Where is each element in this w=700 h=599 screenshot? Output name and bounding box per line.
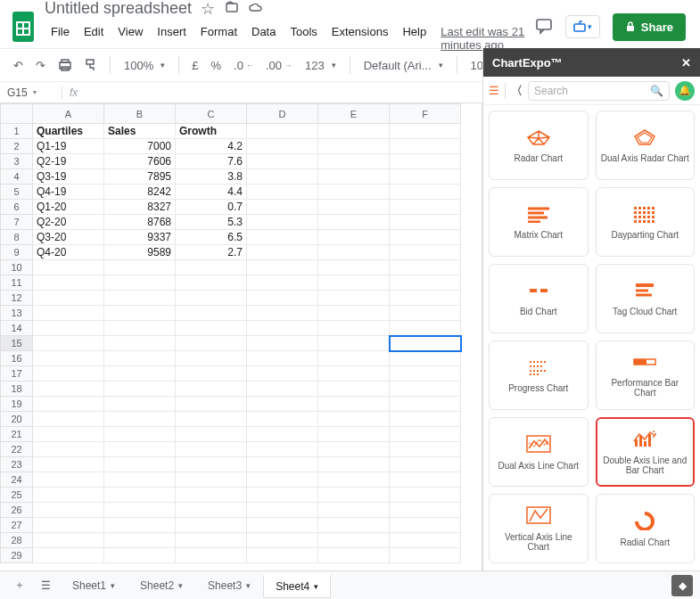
cell-A11[interactable] bbox=[33, 275, 104, 291]
row-header-15[interactable]: 15 bbox=[1, 336, 33, 351]
cell-B24[interactable] bbox=[104, 472, 176, 488]
cell-D6[interactable] bbox=[247, 200, 318, 215]
cell-F20[interactable] bbox=[390, 412, 461, 427]
row-header-14[interactable]: 14 bbox=[1, 321, 33, 336]
cell-A19[interactable] bbox=[33, 397, 104, 412]
cell-A25[interactable] bbox=[33, 488, 104, 503]
cell-E20[interactable] bbox=[318, 412, 390, 427]
cell-E1[interactable] bbox=[318, 124, 390, 139]
cell-C18[interactable] bbox=[176, 382, 247, 397]
cell-A10[interactable] bbox=[33, 260, 104, 275]
cell-E16[interactable] bbox=[318, 351, 390, 366]
cell-F25[interactable] bbox=[390, 488, 461, 503]
share-button[interactable]: Share bbox=[613, 13, 686, 41]
cell-B16[interactable] bbox=[104, 351, 176, 366]
cell-F4[interactable] bbox=[390, 169, 461, 185]
cell-E6[interactable] bbox=[318, 200, 390, 215]
cell-A9[interactable]: Q4-20 bbox=[33, 245, 104, 260]
cell-A28[interactable] bbox=[33, 533, 104, 548]
sheet-tab-sheet1[interactable]: Sheet1▾ bbox=[60, 573, 128, 598]
document-title[interactable]: Untitled spreadsheet bbox=[45, 0, 192, 18]
chart-card-radial-chart[interactable]: Radial Chart bbox=[596, 494, 696, 563]
sheets-logo-icon[interactable] bbox=[7, 7, 39, 46]
chart-card-vertical-axis-line-chart[interactable]: Vertical Axis Line Chart bbox=[489, 494, 589, 563]
cell-F19[interactable] bbox=[390, 397, 461, 412]
cloud-status-icon[interactable] bbox=[249, 0, 263, 19]
cell-A26[interactable] bbox=[33, 503, 104, 518]
row-header-16[interactable]: 16 bbox=[1, 351, 33, 366]
cell-D16[interactable] bbox=[247, 351, 318, 366]
cell-C7[interactable]: 5.3 bbox=[176, 215, 247, 230]
row-header-6[interactable]: 6 bbox=[1, 200, 33, 215]
cell-C4[interactable]: 3.8 bbox=[176, 169, 247, 185]
row-header-27[interactable]: 27 bbox=[1, 518, 33, 533]
cell-C11[interactable] bbox=[176, 275, 247, 291]
menu-format[interactable]: Format bbox=[194, 21, 243, 55]
cell-E25[interactable] bbox=[318, 488, 390, 503]
cell-A7[interactable]: Q2-20 bbox=[33, 215, 104, 230]
cell-C9[interactable]: 2.7 bbox=[176, 245, 247, 260]
cell-D10[interactable] bbox=[247, 260, 318, 275]
cell-E2[interactable] bbox=[318, 139, 390, 154]
row-header-23[interactable]: 23 bbox=[1, 457, 33, 472]
row-header-19[interactable]: 19 bbox=[1, 397, 33, 412]
chart-card-dual-axis-line-chart[interactable]: Dual Axis Line Chart bbox=[489, 417, 589, 487]
cell-A21[interactable] bbox=[33, 427, 104, 442]
cell-D29[interactable] bbox=[247, 548, 318, 563]
cell-C13[interactable] bbox=[176, 306, 247, 321]
cell-D8[interactable] bbox=[247, 230, 318, 245]
add-sheet-button[interactable]: ＋ bbox=[7, 572, 32, 598]
cell-F11[interactable] bbox=[390, 275, 461, 291]
cell-D17[interactable] bbox=[247, 366, 318, 382]
menu-edit[interactable]: Edit bbox=[78, 21, 110, 55]
cell-C8[interactable]: 6.5 bbox=[176, 230, 247, 245]
cell-D13[interactable] bbox=[247, 306, 318, 321]
cell-E21[interactable] bbox=[318, 427, 390, 442]
menu-extensions[interactable]: Extensions bbox=[325, 21, 395, 55]
back-icon[interactable]: 〈 bbox=[511, 83, 523, 99]
chart-card-radar-chart[interactable]: Radar Chart bbox=[489, 111, 589, 180]
cell-A4[interactable]: Q3-19 bbox=[33, 169, 104, 185]
cell-A23[interactable] bbox=[33, 457, 104, 472]
cell-C1[interactable]: Growth bbox=[176, 124, 247, 139]
cell-D22[interactable] bbox=[247, 442, 318, 457]
cell-F14[interactable] bbox=[390, 321, 461, 336]
cell-A13[interactable] bbox=[33, 306, 104, 321]
chart-card-dayparting-chart[interactable]: Dayparting Chart bbox=[596, 187, 696, 257]
cell-E15[interactable] bbox=[318, 336, 390, 351]
cell-B26[interactable] bbox=[104, 503, 176, 518]
menu-data[interactable]: Data bbox=[245, 21, 282, 55]
move-icon[interactable] bbox=[226, 0, 238, 19]
comments-icon[interactable] bbox=[535, 17, 553, 37]
cell-E18[interactable] bbox=[318, 382, 390, 397]
chart-card-progress-chart[interactable]: Progress Chart bbox=[489, 341, 589, 410]
cell-D19[interactable] bbox=[247, 397, 318, 412]
cell-C12[interactable] bbox=[176, 291, 247, 306]
cell-A24[interactable] bbox=[33, 472, 104, 488]
column-header-D[interactable]: D bbox=[247, 104, 318, 124]
row-header-10[interactable]: 10 bbox=[1, 260, 33, 275]
notification-icon[interactable]: 🔔 bbox=[675, 81, 695, 101]
cell-F26[interactable] bbox=[390, 503, 461, 518]
cell-F3[interactable] bbox=[390, 154, 461, 169]
chart-card-performance-bar-chart[interactable]: Performance Bar Chart bbox=[596, 341, 696, 410]
cell-F10[interactable] bbox=[390, 260, 461, 275]
increase-decimal-button[interactable]: .00→ bbox=[261, 55, 296, 76]
cell-C2[interactable]: 4.2 bbox=[176, 139, 247, 154]
cell-B15[interactable] bbox=[104, 336, 176, 351]
all-sheets-button[interactable]: ☰ bbox=[34, 574, 58, 597]
spreadsheet-grid[interactable]: ABCDEF1QuartilesSalesGrowth2Q1-1970004.2… bbox=[0, 103, 482, 570]
star-icon[interactable]: ☆ bbox=[201, 0, 215, 19]
cell-E8[interactable] bbox=[318, 230, 390, 245]
cell-B6[interactable]: 8327 bbox=[104, 200, 176, 215]
cell-C22[interactable] bbox=[176, 442, 247, 457]
cell-B4[interactable]: 7895 bbox=[104, 169, 176, 185]
currency-button[interactable]: £ bbox=[187, 55, 202, 76]
row-header-26[interactable]: 26 bbox=[1, 503, 33, 518]
cell-F6[interactable] bbox=[390, 200, 461, 215]
cell-C28[interactable] bbox=[176, 533, 247, 548]
cell-D11[interactable] bbox=[247, 275, 318, 291]
cell-B29[interactable] bbox=[104, 548, 176, 563]
cell-F9[interactable] bbox=[390, 245, 461, 260]
cell-B14[interactable] bbox=[104, 321, 176, 336]
